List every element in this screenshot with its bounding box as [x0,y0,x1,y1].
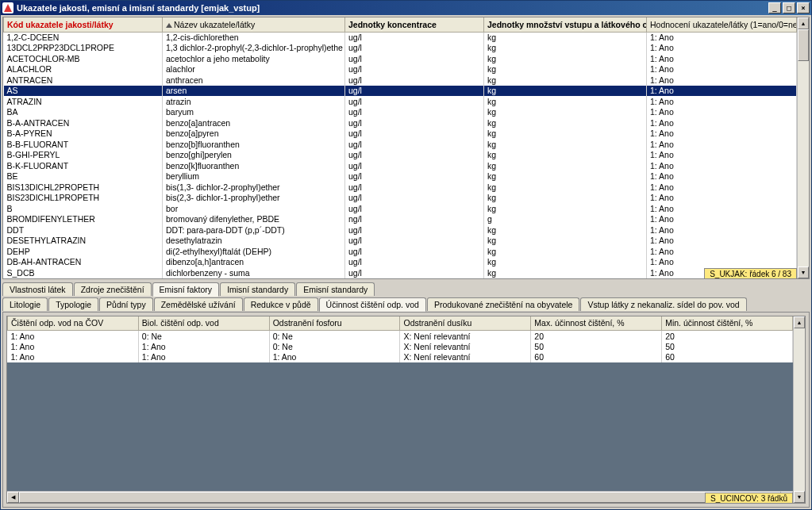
cell[interactable]: B-B-FLUORANT [4,139,163,150]
table-row[interactable]: 13DCL2PRP23DCL1PROPE1,3 dichlor-2-prophy… [4,43,797,54]
tab-produkovan-zne-i-t-n-na-obyvatele[interactable]: Produkované znečištění na obyvatele [427,297,580,311]
cell[interactable]: 1: Ano [647,193,797,204]
minimize-button[interactable]: _ [768,2,781,13]
cell[interactable]: ug/l [345,257,484,268]
cell[interactable]: kg [484,203,647,214]
cell[interactable]: benzo[a]antracen [163,117,345,128]
cell[interactable]: ug/l [345,182,484,193]
cell[interactable]: ug/l [345,139,484,150]
tab-vlastnosti-l-tek[interactable]: Vlastnosti látek [2,282,73,296]
cell[interactable]: kg [484,171,647,182]
tab-redukce-v-p-d-[interactable]: Redukce v půdě [244,297,318,311]
scroll-down-icon[interactable]: ▼ [794,491,805,503]
cell[interactable]: S_DCB [4,267,163,278]
table-row[interactable]: ANTRACENanthracenug/lkg1: Ano [4,75,797,86]
cell[interactable]: B-A-PYREN [4,128,163,140]
close-button[interactable]: × [797,2,810,13]
cell[interactable]: di(2-ethylhexyl)ftalát (DEHP) [163,246,345,257]
cell[interactable]: kg [484,75,647,86]
table-row[interactable]: ASarsenug/lkg1: Ano [4,86,797,97]
sub-grid[interactable]: Čištění odp. vod na ČOVBiol. čištění odp… [6,316,806,504]
cell[interactable]: kg [484,224,647,236]
table-row[interactable]: BIS23DICHL1PROPETHbis(2,3- dichlor-1-pro… [4,193,797,204]
cell[interactable]: 60 [662,352,793,363]
cell[interactable]: 1: Ano [647,214,797,225]
cell[interactable]: beryllium [163,171,345,182]
cell[interactable]: 50 [662,341,793,352]
cell[interactable]: kg [484,246,647,257]
cell[interactable]: ug/l [345,246,484,257]
cell[interactable]: 1: Ano [8,331,139,342]
table-row[interactable]: BAbaryumug/lkg1: Ano [4,107,797,118]
cell[interactable]: B-K-FLUORANT [4,160,163,171]
sub-col-header[interactable]: Odstranění fosforu [269,316,400,331]
cell[interactable]: 13DCL2PRP23DCL1PROPE [4,43,163,54]
cell[interactable]: ALACHLOR [4,64,163,75]
vertical-scrollbar[interactable]: ▲ ▼ [797,17,809,278]
cell[interactable]: 1: Ano [138,341,269,352]
col-header-rating[interactable]: Hodnocení ukazatele/látky (1=ano/0=ne) [647,17,797,32]
cell[interactable]: 1: Ano [647,53,797,64]
cell[interactable]: BE [4,171,163,182]
main-grid[interactable]: Kód ukazatele jakosti/látky Název ukazat… [2,17,810,279]
cell[interactable]: 1: Ano [647,182,797,193]
tab-zem-d-lsk-u-v-n-[interactable]: Zemědělské užívání [154,297,243,311]
cell[interactable]: ug/l [345,43,484,54]
cell[interactable]: 1: Ano [647,43,797,54]
table-row[interactable]: 1: Ano0: Ne0: NeX: Není relevantní2020 [8,331,793,342]
cell[interactable]: 1,2-C-DCEEN [4,32,163,43]
cell[interactable]: 1,2-cis-dichlorethen [163,32,345,43]
col-header-qty[interactable]: Jednotky množství vstupu a látkového odn [484,17,647,32]
cell[interactable]: 0: Ne [269,331,400,342]
sub-col-header[interactable]: Odstranění dusíku [400,316,531,331]
cell[interactable]: kg [484,53,647,64]
cell[interactable]: ACETOCHLOR-MB [4,53,163,64]
sub-col-header[interactable]: Max. účinnost čištění, % [531,316,662,331]
cell[interactable]: kg [484,193,647,204]
scroll-thumb[interactable] [798,29,809,61]
table-row[interactable]: 1,2-C-DCEEN1,2-cis-dichlorethenug/lkg1: … [4,32,797,43]
cell[interactable]: ug/l [345,53,484,64]
cell[interactable]: arsen [163,86,345,97]
cell[interactable]: B-A-ANTRACEN [4,117,163,128]
cell[interactable]: B [4,203,163,214]
table-row[interactable]: DDTDDT: para-para-DDT (p,p´-DDT)ug/lkg1:… [4,224,797,236]
maximize-button[interactable]: □ [783,2,795,13]
tab-zdroje-zne-i-t-n-[interactable]: Zdroje znečištění [74,282,152,296]
cell[interactable]: ug/l [345,32,484,43]
cell[interactable]: DB-AH-ANTRACEN [4,257,163,268]
table-row[interactable]: Bborug/lkg1: Ano [4,203,797,214]
cell[interactable]: 1: Ano [647,224,797,236]
col-header-conc[interactable]: Jednotky koncentrace [345,17,484,32]
cell[interactable]: 1: Ano [647,75,797,86]
cell[interactable]: 1: Ano [269,352,400,363]
cell[interactable]: kg [484,117,647,128]
cell[interactable]: X: Není relevantní [400,341,531,352]
cell[interactable]: DESETHYLATRAZIN [4,236,163,247]
table-row[interactable]: DB-AH-ANTRACENdibenzo[a,h]antracenug/lkg… [4,257,797,268]
cell[interactable]: kg [484,236,647,247]
col-header-code[interactable]: Kód ukazatele jakosti/látky [4,17,163,32]
cell[interactable]: benzo[b]fluoranthen [163,139,345,150]
titlebar[interactable]: Ukazatele jakosti, emisní a imisní stand… [1,1,811,15]
tab-imisn-standardy[interactable]: Imisní standardy [220,282,295,296]
table-row[interactable]: 1: Ano1: Ano0: NeX: Není relevantní5050 [8,341,793,352]
cell[interactable]: benzo[ghi]perylen [163,150,345,161]
cell[interactable]: ATRAZIN [4,96,163,107]
sub-col-header[interactable]: Min. účinnost čištění, % [662,316,793,331]
cell[interactable]: 0: Ne [138,331,269,342]
cell[interactable]: DEHP [4,246,163,257]
scroll-down-icon[interactable]: ▼ [798,267,809,278]
cell[interactable]: anthracen [163,75,345,86]
tab-litologie[interactable]: Litologie [2,297,48,311]
cell[interactable]: dibenzo[a,h]antracen [163,257,345,268]
cell[interactable]: kg [484,43,647,54]
cell[interactable]: ug/l [345,117,484,128]
sub-col-header[interactable]: Čištění odp. vod na ČOV [8,316,139,331]
cell[interactable]: 1: Ano [647,150,797,161]
cell[interactable]: baryum [163,107,345,118]
cell[interactable]: bis(1,3- dichlor-2-prophyl)ether [163,182,345,193]
cell[interactable]: 1: Ano [647,139,797,150]
cell[interactable]: BIS23DICHL1PROPETH [4,193,163,204]
cell[interactable]: 1: Ano [647,117,797,128]
